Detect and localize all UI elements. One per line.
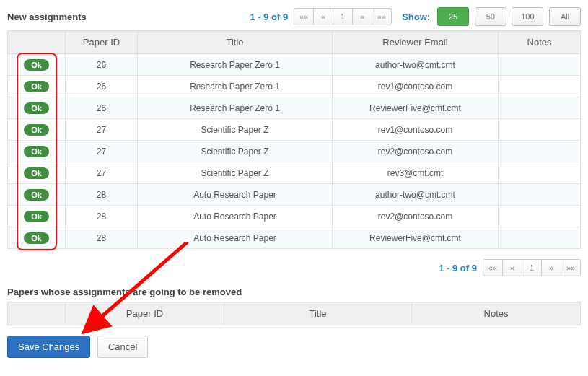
ok-badge: Ok [24,167,49,179]
pager-page-1-b[interactable]: 1 [522,259,542,276]
cell-email: rev2@contoso.com [333,141,499,162]
table-row: Ok27Scientific Paper Zrev2@contoso.com [8,141,581,162]
ok-badge: Ok [24,146,49,157]
cell-id: 26 [66,97,138,119]
cell-notes [499,227,581,249]
r-col-title[interactable]: Title [224,302,412,325]
cell-id: 28 [66,227,138,249]
new-assignments-table: Paper ID Title Reviewer Email Notes Ok26… [7,30,581,249]
ok-badge: Ok [24,81,49,92]
section-title-removed: Papers whose assignments are going to be… [7,287,581,297]
cell-status: Ok [8,119,66,141]
cell-id: 27 [66,119,138,141]
pager-bottom: «« « 1 » »» [483,259,581,276]
table-row: Ok26Research Paper Zero 1author-two@cmt.… [8,54,581,76]
cell-title: Scientific Paper Z [138,119,333,141]
cell-id: 26 [66,76,138,97]
table-row: Ok26Research Paper Zero 1ReviewerFive@cm… [8,97,581,119]
show-all[interactable]: All [549,7,581,26]
cell-email: ReviewerFive@cmt.cmt [333,227,499,249]
show-100[interactable]: 100 [512,7,543,26]
ok-badge: Ok [24,189,49,201]
cell-notes [499,184,581,206]
cell-status: Ok [8,227,66,249]
pager-range-top: 1 - 9 of 9 [250,12,288,22]
cell-status: Ok [8,206,66,227]
pager-range-bottom: 1 - 9 of 9 [439,263,477,274]
removed-table: Paper ID Title Notes [7,302,581,325]
cell-email: rev1@contoso.com [333,119,499,141]
cell-title: Research Paper Zero 1 [138,76,333,97]
cell-notes [499,206,581,227]
cell-notes [499,141,581,162]
pager-first-b[interactable]: «« [483,259,503,276]
ok-badge: Ok [24,59,49,71]
pager-last[interactable]: »» [372,8,392,25]
table-row: Ok28Auto Research Paperauthor-two@cmt.cm… [8,184,581,206]
cell-email: rev3@cmt.cmt [333,162,499,184]
pager-top: «« « 1 » »» [294,8,392,25]
cell-status: Ok [8,97,66,119]
cell-email: author-two@cmt.cmt [333,54,499,76]
ok-badge: Ok [24,211,49,222]
r-col-notes[interactable]: Notes [412,302,581,325]
ok-badge: Ok [24,102,49,114]
col-paper-id[interactable]: Paper ID [66,31,138,54]
table-row: Ok28Auto Research PaperReviewerFive@cmt.… [8,227,581,249]
cell-notes [499,76,581,97]
cell-status: Ok [8,76,66,97]
cell-id: 26 [66,54,138,76]
cell-title: Research Paper Zero 1 [138,97,333,119]
col-status[interactable] [8,31,66,54]
cell-title: Auto Research Paper [138,206,333,227]
pager-page-1[interactable]: 1 [333,8,353,25]
cancel-button[interactable]: Cancel [97,336,148,358]
show-group: 25 50 100 All [434,7,581,26]
cell-notes [499,97,581,119]
col-title[interactable]: Title [138,31,333,54]
cell-id: 27 [66,162,138,184]
cell-email: rev2@contoso.com [333,206,499,227]
cell-notes [499,54,581,76]
table-row: Ok28Auto Research Paperrev2@contoso.com [8,206,581,227]
cell-notes [499,162,581,184]
pager-first[interactable]: «« [294,8,314,25]
pager-prev[interactable]: « [313,8,333,25]
cell-status: Ok [8,184,66,206]
cell-email: rev1@contoso.com [333,76,499,97]
ok-badge: Ok [24,232,49,244]
col-email[interactable]: Reviewer Email [333,31,499,54]
cell-id: 28 [66,184,138,206]
table-row: Ok27Scientific Paper Zrev1@contoso.com [8,119,581,141]
ok-badge: Ok [24,124,49,136]
cell-status: Ok [8,162,66,184]
r-col-status[interactable] [8,302,66,325]
cell-email: author-two@cmt.cmt [333,184,499,206]
table-row: Ok26Research Paper Zero 1rev1@contoso.co… [8,76,581,97]
cell-notes [499,119,581,141]
show-25[interactable]: 25 [437,7,469,26]
save-button[interactable]: Save Changes [7,336,90,358]
show-50[interactable]: 50 [475,7,506,26]
new-assignments-table-wrap: Paper ID Title Reviewer Email Notes Ok26… [7,30,581,249]
show-label: Show: [402,12,430,22]
cell-status: Ok [8,54,66,76]
cell-title: Auto Research Paper [138,227,333,249]
cell-status: Ok [8,141,66,162]
r-col-paper-id[interactable]: Paper ID [66,302,224,325]
table-row: Ok27Scientific Paper Zrev3@cmt.cmt [8,162,581,184]
cell-title: Auto Research Paper [138,184,333,206]
section-title-new: New assignments [7,12,87,22]
col-notes[interactable]: Notes [499,31,581,54]
pager-next-b[interactable]: » [541,259,561,276]
pager-last-b[interactable]: »» [561,259,581,276]
actions-bar: Save Changes Cancel [7,336,581,358]
pager-next[interactable]: » [352,8,372,25]
pager-prev-b[interactable]: « [502,259,522,276]
cell-email: ReviewerFive@cmt.cmt [333,97,499,119]
cell-id: 28 [66,206,138,227]
cell-title: Research Paper Zero 1 [138,54,333,76]
cell-title: Scientific Paper Z [138,162,333,184]
cell-id: 27 [66,141,138,162]
cell-title: Scientific Paper Z [138,141,333,162]
